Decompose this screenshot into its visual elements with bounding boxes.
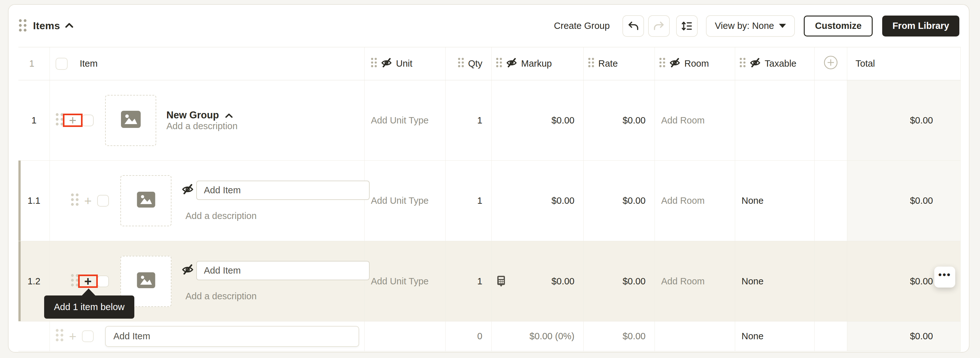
add-item-button[interactable]: + [83, 195, 93, 206]
group-title[interactable]: New Group [166, 109, 219, 121]
markup-cell[interactable]: $0.00 [492, 80, 584, 160]
row-drag-handle-icon[interactable] [71, 193, 79, 209]
tooltip-text: Add 1 item below [54, 302, 124, 312]
panel-title-group: Items [19, 19, 73, 33]
room-cell[interactable]: Add Room [655, 80, 735, 160]
rate-cell[interactable]: $0.00 [584, 241, 655, 321]
item-description-placeholder[interactable]: Add a description [185, 291, 370, 301]
customize-button[interactable]: Customize [804, 16, 873, 36]
column-header-qty[interactable]: Qty [445, 47, 492, 80]
column-header-room[interactable]: Room [655, 47, 735, 80]
room-cell[interactable] [655, 322, 735, 351]
taxable-cell[interactable] [735, 80, 815, 160]
calculator-icon[interactable] [497, 276, 506, 287]
taxable-cell[interactable]: None [735, 241, 815, 321]
row-checkbox[interactable] [97, 195, 109, 207]
new-item-input[interactable] [105, 326, 359, 347]
item-description-placeholder[interactable]: Add a description [185, 211, 370, 221]
item-cell: + Add a description [50, 161, 364, 241]
image-upload-placeholder[interactable] [105, 95, 156, 146]
row-checkbox[interactable] [97, 276, 109, 287]
row-height-button[interactable] [676, 15, 698, 37]
column-label-markup: Markup [521, 59, 552, 69]
taxable-cell[interactable]: None [735, 322, 815, 351]
extra-cell [815, 161, 847, 241]
column-drag-handle-icon[interactable] [371, 57, 377, 70]
collapse-section-icon[interactable] [65, 23, 73, 29]
row-number: 1 [18, 80, 50, 160]
panel-drag-handle-icon[interactable] [19, 19, 27, 33]
markup-value: $0.00 [551, 276, 574, 287]
hidden-column-icon [506, 58, 517, 70]
row-checkbox[interactable] [82, 330, 94, 342]
column-drag-handle-icon[interactable] [740, 57, 746, 70]
add-column-header[interactable] [815, 47, 847, 80]
image-upload-placeholder[interactable] [120, 175, 172, 226]
rate-cell[interactable]: $0.00 [584, 80, 655, 160]
column-drag-handle-icon[interactable] [496, 57, 502, 70]
item-name-input[interactable] [196, 261, 370, 280]
add-column-icon[interactable] [823, 55, 838, 72]
row-number [18, 322, 50, 351]
room-cell[interactable]: Add Room [655, 161, 735, 241]
column-header-total: Total [847, 47, 961, 80]
hidden-item-icon [181, 264, 194, 277]
row-drag-handle-icon[interactable] [56, 328, 64, 344]
column-header-taxable[interactable]: Taxable [735, 47, 815, 80]
hidden-column-icon [381, 58, 392, 70]
markup-cell[interactable]: $0.00 [492, 241, 584, 321]
hidden-item-icon [181, 184, 194, 197]
undo-button[interactable] [622, 15, 644, 37]
row-actions-button[interactable]: ••• [934, 266, 955, 288]
qty-cell[interactable]: 1 [445, 80, 492, 160]
column-header-unit[interactable]: Unit [364, 47, 445, 80]
view-by-label: View by: None [715, 21, 774, 31]
view-by-dropdown[interactable]: View by: None [706, 15, 795, 37]
qty-cell[interactable]: 0 [445, 322, 492, 351]
redo-button[interactable] [648, 15, 670, 37]
column-drag-handle-icon[interactable] [458, 57, 464, 70]
from-library-button[interactable]: From Library [882, 16, 959, 36]
group-description-placeholder[interactable]: Add a description [166, 121, 237, 131]
total-cell: $0.00 ••• [847, 241, 961, 321]
page-title: Items [33, 20, 60, 32]
item-name-input[interactable] [196, 181, 370, 200]
unit-cell[interactable]: Add Unit Type [364, 241, 445, 321]
rate-cell[interactable]: $0.00 [584, 161, 655, 241]
add-item-button[interactable]: + Add 1 item below [83, 276, 93, 287]
create-group-button[interactable]: Create Group [554, 21, 610, 31]
taxable-cell[interactable]: None [735, 161, 815, 241]
unit-cell[interactable]: Add Unit Type [364, 161, 445, 241]
add-item-button[interactable]: + [68, 331, 78, 342]
image-icon [137, 192, 155, 210]
item-cell: + [50, 322, 364, 351]
markup-cell[interactable]: $0.00 [492, 161, 584, 241]
total-cell: $0.00 [847, 80, 961, 160]
qty-cell[interactable]: 1 [445, 241, 492, 321]
column-header-rate[interactable]: Rate [584, 47, 655, 80]
unit-cell[interactable]: Add Unit Type [364, 80, 445, 160]
unit-cell[interactable] [364, 322, 445, 351]
hidden-column-icon [750, 58, 760, 70]
table-row-new-item: + 0 $0.00 (0%) $0.00 None $0.00 [18, 322, 961, 351]
item-cell: + New Group [50, 80, 364, 160]
row-drag-handle-icon[interactable] [71, 274, 79, 289]
add-item-button[interactable]: + [68, 115, 78, 126]
qty-cell[interactable]: 1 [445, 161, 492, 241]
column-header-markup[interactable]: Markup [492, 47, 584, 80]
extra-cell [815, 80, 847, 160]
markup-cell[interactable]: $0.00 (0%) [492, 322, 584, 351]
collapse-group-icon[interactable] [225, 110, 233, 120]
room-cell[interactable]: Add Room [655, 241, 735, 321]
column-label-room: Room [684, 59, 709, 69]
column-label-qty: Qty [468, 59, 482, 69]
image-icon [121, 111, 141, 130]
row-drag-handle-icon[interactable] [56, 112, 64, 128]
column-drag-handle-icon[interactable] [659, 57, 665, 70]
column-drag-handle-icon[interactable] [588, 57, 594, 70]
annotation-highlight-box [63, 114, 83, 127]
select-all-checkbox[interactable] [56, 58, 68, 70]
rate-cell[interactable]: $0.00 [584, 322, 655, 351]
row-checkbox[interactable] [82, 114, 94, 126]
toolbar-actions: Create Group [554, 15, 959, 37]
